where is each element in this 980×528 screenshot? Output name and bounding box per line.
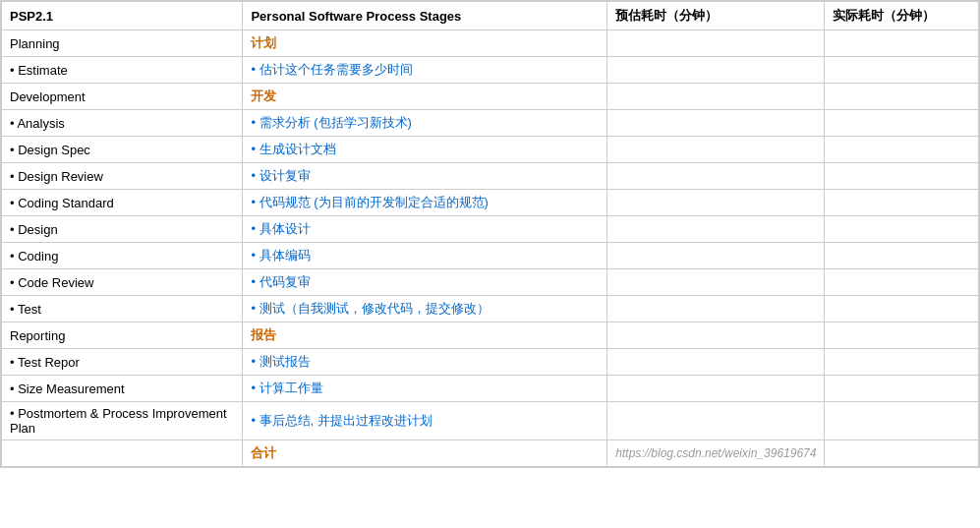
cell-psp: • Postmortem & Process Improvement Plan — [2, 402, 243, 440]
table-row: Reporting报告 — [2, 323, 979, 349]
cell-psp: • Test Repor — [2, 349, 243, 376]
cell-estimate — [607, 84, 825, 110]
table-row: • Design Review• 设计复审 — [2, 163, 979, 190]
cell-estimate — [607, 137, 825, 163]
cell-psp: Reporting — [2, 323, 243, 349]
cell-psp: • Estimate — [2, 57, 243, 84]
cell-estimate — [607, 190, 825, 216]
cell-chinese: 开发 — [243, 84, 607, 110]
table-row: • Coding Standard• 代码规范 (为目前的开发制定合适的规范) — [2, 190, 979, 216]
cell-actual — [825, 440, 979, 467]
cell-actual — [825, 190, 979, 216]
cell-actual — [825, 216, 979, 243]
cell-chinese: 合计 — [243, 440, 607, 467]
cell-actual — [825, 269, 979, 296]
table-row: • Test Repor• 测试报告 — [2, 349, 979, 376]
header-personal: Personal Software Process Stages — [243, 2, 607, 30]
psp-table: PSP2.1 Personal Software Process Stages … — [1, 1, 979, 467]
cell-estimate — [607, 269, 825, 296]
cell-psp: • Design — [2, 216, 243, 243]
table-row: • Code Review• 代码复审 — [2, 269, 979, 296]
cell-chinese: • 测试（自我测试，修改代码，提交修改） — [243, 296, 607, 323]
table-row: Development开发 — [2, 84, 979, 110]
cell-chinese: • 具体设计 — [243, 216, 607, 243]
cell-chinese: • 生成设计文档 — [243, 137, 607, 163]
table-row: Planning计划 — [2, 30, 979, 57]
table-row: • Postmortem & Process Improvement Plan•… — [2, 402, 979, 440]
table-row: • Size Measurement• 计算工作量 — [2, 376, 979, 402]
header-psp: PSP2.1 — [2, 2, 243, 30]
header-estimate: 预估耗时（分钟） — [607, 2, 825, 30]
table-row: • Design Spec• 生成设计文档 — [2, 137, 979, 163]
cell-actual — [825, 84, 979, 110]
cell-estimate — [607, 216, 825, 243]
cell-actual — [825, 296, 979, 323]
cell-psp: • Design Spec — [2, 137, 243, 163]
table-header-row: PSP2.1 Personal Software Process Stages … — [2, 2, 979, 30]
cell-estimate — [607, 376, 825, 402]
cell-actual — [825, 163, 979, 190]
cell-estimate: https://blog.csdn.net/weixin_39619674 — [607, 440, 825, 467]
cell-psp: • Coding — [2, 243, 243, 269]
table-row: • Design• 具体设计 — [2, 216, 979, 243]
cell-chinese: • 代码复审 — [243, 269, 607, 296]
cell-psp: • Design Review — [2, 163, 243, 190]
cell-chinese: • 需求分析 (包括学习新技术) — [243, 110, 607, 137]
cell-chinese: • 计算工作量 — [243, 376, 607, 402]
cell-actual — [825, 323, 979, 349]
cell-estimate — [607, 402, 825, 440]
cell-actual — [825, 402, 979, 440]
cell-estimate — [607, 349, 825, 376]
cell-estimate — [607, 296, 825, 323]
cell-estimate — [607, 57, 825, 84]
cell-chinese: • 估计这个任务需要多少时间 — [243, 57, 607, 84]
cell-psp: • Size Measurement — [2, 376, 243, 402]
cell-psp: • Analysis — [2, 110, 243, 137]
cell-actual — [825, 110, 979, 137]
table-row: 合计https://blog.csdn.net/weixin_39619674 — [2, 440, 979, 467]
cell-actual — [825, 349, 979, 376]
cell-estimate — [607, 110, 825, 137]
cell-estimate — [607, 163, 825, 190]
header-actual: 实际耗时（分钟） — [825, 2, 979, 30]
cell-psp: Planning — [2, 30, 243, 57]
table-row: • Estimate• 估计这个任务需要多少时间 — [2, 57, 979, 84]
table-row: • Coding• 具体编码 — [2, 243, 979, 269]
cell-actual — [825, 137, 979, 163]
cell-chinese: • 测试报告 — [243, 349, 607, 376]
table-row: • Test• 测试（自我测试，修改代码，提交修改） — [2, 296, 979, 323]
cell-actual — [825, 30, 979, 57]
cell-psp — [2, 440, 243, 467]
cell-chinese: • 设计复审 — [243, 163, 607, 190]
cell-actual — [825, 376, 979, 402]
cell-chinese: • 代码规范 (为目前的开发制定合适的规范) — [243, 190, 607, 216]
cell-psp: • Code Review — [2, 269, 243, 296]
main-table-container: PSP2.1 Personal Software Process Stages … — [0, 0, 980, 468]
cell-psp: Development — [2, 84, 243, 110]
cell-estimate — [607, 243, 825, 269]
cell-actual — [825, 57, 979, 84]
cell-chinese: 报告 — [243, 323, 607, 349]
cell-actual — [825, 243, 979, 269]
cell-chinese: • 具体编码 — [243, 243, 607, 269]
cell-psp: • Test — [2, 296, 243, 323]
cell-psp: • Coding Standard — [2, 190, 243, 216]
cell-chinese: 计划 — [243, 30, 607, 57]
table-row: • Analysis• 需求分析 (包括学习新技术) — [2, 110, 979, 137]
cell-estimate — [607, 30, 825, 57]
cell-chinese: • 事后总结, 并提出过程改进计划 — [243, 402, 607, 440]
cell-estimate — [607, 323, 825, 349]
